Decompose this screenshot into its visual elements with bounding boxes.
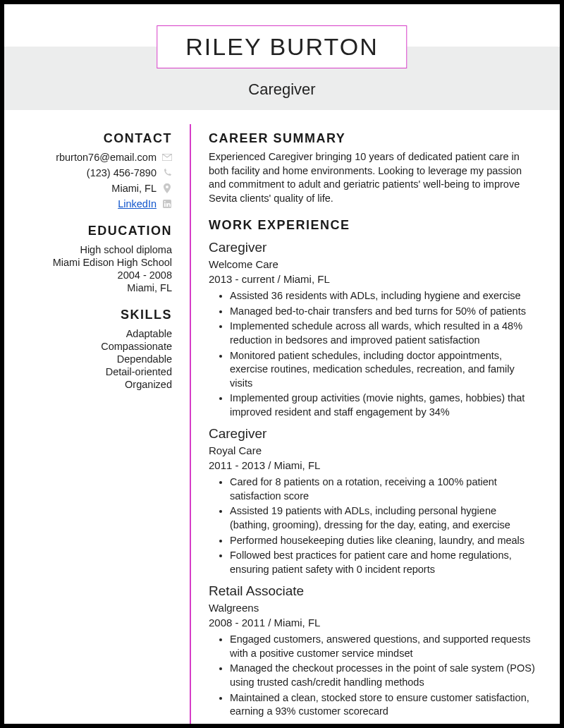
- job-bullets: Engaged customers, answered questions, a…: [209, 633, 539, 718]
- job-bullet: Performed housekeeping duties like clean…: [230, 534, 539, 548]
- job-bullet: Assisted 19 patients with ADLs, includin…: [230, 504, 539, 532]
- envelope-icon: [162, 154, 172, 161]
- job-meta: 2013 - current / Miami, FL: [209, 273, 539, 285]
- edu-degree: High school diploma: [18, 244, 172, 255]
- job-bullet: Assisted 36 residents with ADLs, includi…: [230, 289, 539, 303]
- location-text: Miami, FL: [111, 183, 157, 194]
- job-title: Caregiver: [4, 80, 560, 99]
- contact-phone: (123) 456-7890: [18, 167, 172, 178]
- main-column: CAREER SUMMARY Experienced Caregiver bri…: [191, 124, 560, 724]
- phone-text: (123) 456-7890: [87, 167, 157, 178]
- job-block: Caregiver Royal Care 2011 - 2013 / Miami…: [209, 426, 539, 576]
- job-bullet: Managed bed-to-chair transfers and bed t…: [230, 305, 539, 319]
- job-meta: 2008 - 2011 / Miami, FL: [209, 617, 539, 629]
- contact-location: Miami, FL: [18, 183, 172, 194]
- skill-item: Dependable: [18, 353, 172, 365]
- job-bullets: Cared for 8 patients on a rotation, rece…: [209, 475, 539, 576]
- job-block: Caregiver Welcome Care 2013 - current / …: [209, 240, 539, 419]
- contact-list: rburton76@email.com (123) 456-7890 Miami…: [18, 152, 172, 210]
- job-title: Retail Associate: [209, 583, 539, 599]
- job-org: Walgreens: [209, 602, 539, 614]
- job-org: Welcome Care: [209, 258, 539, 270]
- job-bullets: Assisted 36 residents with ADLs, includi…: [209, 289, 539, 419]
- job-bullet: Engaged customers, answered questions, a…: [230, 633, 539, 660]
- contact-email: rburton76@email.com: [18, 152, 172, 163]
- edu-school: Miami Edison High School: [18, 257, 172, 268]
- edu-dates: 2004 - 2008: [18, 269, 172, 281]
- summary-text: Experienced Caregiver bringing 10 years …: [209, 150, 539, 205]
- columns: CONTACT rburton76@email.com (123) 456-78…: [4, 124, 560, 724]
- job-bullet: Implemented schedule across all wards, w…: [230, 320, 539, 347]
- job-org: Royal Care: [209, 444, 539, 456]
- skills-heading: SKILLS: [18, 308, 172, 322]
- job-bullet: Managed the checkout processes in the po…: [230, 662, 539, 689]
- contact-heading: CONTACT: [18, 131, 172, 146]
- job-meta: 2011 - 2013 / Miami, FL: [209, 459, 539, 471]
- job-title: Caregiver: [209, 426, 539, 442]
- job-bullet: Followed best practices for patient care…: [230, 549, 539, 576]
- skill-item: Compassionate: [18, 341, 172, 352]
- email-text: rburton76@email.com: [56, 152, 157, 163]
- skill-item: Adaptable: [18, 328, 172, 339]
- contact-linkedin: LinkedIn: [18, 198, 172, 210]
- svg-rect-1: [164, 203, 166, 207]
- job-bullet: Cared for 8 patients on a rotation, rece…: [230, 475, 539, 503]
- summary-heading: CAREER SUMMARY: [209, 131, 539, 146]
- svg-point-2: [164, 201, 166, 202]
- job-title: Caregiver: [209, 240, 539, 255]
- job-bullet: Monitored patient schedules, including d…: [230, 349, 539, 391]
- education-block: High school diploma Miami Edison High Sc…: [18, 244, 172, 293]
- edu-location: Miami, FL: [18, 282, 172, 293]
- skills-list: Adaptable Compassionate Dependable Detai…: [18, 328, 172, 390]
- sidebar: CONTACT rburton76@email.com (123) 456-78…: [4, 124, 191, 724]
- experience-heading: WORK EXPERIENCE: [209, 218, 539, 233]
- linkedin-icon: [162, 200, 172, 208]
- skill-item: Organized: [18, 379, 172, 390]
- job-bullet: Maintained a clean, stocked store to ens…: [230, 691, 539, 719]
- job-block: Retail Associate Walgreens 2008 - 2011 /…: [209, 583, 539, 718]
- job-bullet: Implemented group activities (movie nigh…: [230, 392, 539, 419]
- education-heading: EDUCATION: [18, 224, 172, 238]
- skill-item: Detail-oriented: [18, 366, 172, 377]
- phone-icon: [162, 169, 172, 177]
- location-icon: [162, 183, 172, 193]
- linkedin-link[interactable]: LinkedIn: [118, 198, 157, 210]
- applicant-name: RILEY BURTON: [185, 33, 378, 61]
- name-box: RILEY BURTON: [157, 25, 407, 68]
